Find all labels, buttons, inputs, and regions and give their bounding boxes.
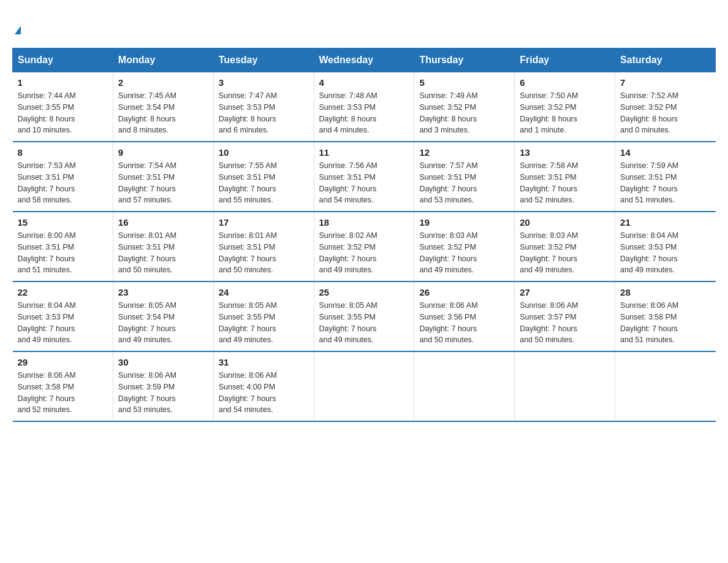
day-info: Sunrise: 8:06 AMSunset: 3:58 PMDaylight:… <box>620 300 710 346</box>
day-info: Sunrise: 8:05 AMSunset: 3:55 PMDaylight:… <box>319 300 409 346</box>
logo <box>12 18 21 36</box>
calendar-header: Sunday Monday Tuesday Wednesday Thursday… <box>13 48 716 72</box>
day-number: 9 <box>118 147 208 158</box>
day-number: 3 <box>219 77 309 88</box>
day-number: 10 <box>219 147 309 158</box>
calendar-day-cell <box>414 351 515 421</box>
day-info: Sunrise: 8:03 AMSunset: 3:52 PMDaylight:… <box>520 230 610 276</box>
calendar-day-cell: 29 Sunrise: 8:06 AMSunset: 3:58 PMDaylig… <box>13 351 113 421</box>
header-wednesday: Wednesday <box>314 48 414 72</box>
day-info: Sunrise: 8:03 AMSunset: 3:52 PMDaylight:… <box>419 230 509 276</box>
calendar-week-row: 29 Sunrise: 8:06 AMSunset: 3:58 PMDaylig… <box>13 351 716 421</box>
day-number: 27 <box>520 287 610 297</box>
day-number: 24 <box>219 287 309 297</box>
day-number: 19 <box>419 217 509 228</box>
day-number: 4 <box>319 77 409 88</box>
day-info: Sunrise: 8:01 AMSunset: 3:51 PMDaylight:… <box>219 230 309 276</box>
calendar-day-cell: 16 Sunrise: 8:01 AMSunset: 3:51 PMDaylig… <box>113 212 213 282</box>
day-info: Sunrise: 7:55 AMSunset: 3:51 PMDaylight:… <box>219 160 309 206</box>
day-number: 11 <box>319 147 409 158</box>
day-number: 22 <box>18 287 108 297</box>
day-number: 12 <box>419 147 509 158</box>
header-thursday: Thursday <box>414 48 515 72</box>
calendar-day-cell: 31 Sunrise: 8:06 AMSunset: 4:00 PMDaylig… <box>213 351 314 421</box>
day-info: Sunrise: 7:48 AMSunset: 3:53 PMDaylight:… <box>319 90 409 136</box>
day-info: Sunrise: 7:57 AMSunset: 3:51 PMDaylight:… <box>419 160 509 206</box>
calendar-day-cell: 25 Sunrise: 8:05 AMSunset: 3:55 PMDaylig… <box>314 282 414 351</box>
day-info: Sunrise: 7:47 AMSunset: 3:53 PMDaylight:… <box>219 90 309 136</box>
calendar-day-cell: 12 Sunrise: 7:57 AMSunset: 3:51 PMDaylig… <box>414 142 515 212</box>
day-info: Sunrise: 7:59 AMSunset: 3:51 PMDaylight:… <box>620 160 710 206</box>
day-number: 21 <box>620 217 710 228</box>
calendar-week-row: 22 Sunrise: 8:04 AMSunset: 3:53 PMDaylig… <box>13 282 716 351</box>
day-number: 28 <box>620 287 710 297</box>
logo-general-line <box>12 18 21 36</box>
day-info: Sunrise: 8:00 AMSunset: 3:51 PMDaylight:… <box>18 230 108 276</box>
day-info: Sunrise: 8:04 AMSunset: 3:53 PMDaylight:… <box>18 300 108 346</box>
calendar-day-cell: 28 Sunrise: 8:06 AMSunset: 3:58 PMDaylig… <box>615 282 716 351</box>
day-number: 17 <box>219 217 309 228</box>
day-number: 23 <box>118 287 208 297</box>
day-number: 14 <box>620 147 710 158</box>
calendar-day-cell <box>314 351 414 421</box>
day-info: Sunrise: 8:05 AMSunset: 3:55 PMDaylight:… <box>219 300 309 346</box>
calendar-day-cell: 1 Sunrise: 7:44 AMSunset: 3:55 PMDayligh… <box>13 72 113 142</box>
day-number: 16 <box>118 217 208 228</box>
calendar-day-cell: 7 Sunrise: 7:52 AMSunset: 3:52 PMDayligh… <box>615 72 716 142</box>
calendar-week-row: 8 Sunrise: 7:53 AMSunset: 3:51 PMDayligh… <box>13 142 716 212</box>
day-info: Sunrise: 8:05 AMSunset: 3:54 PMDaylight:… <box>118 300 208 346</box>
day-info: Sunrise: 8:04 AMSunset: 3:53 PMDaylight:… <box>620 230 710 276</box>
calendar-body: 1 Sunrise: 7:44 AMSunset: 3:55 PMDayligh… <box>13 72 716 422</box>
calendar-day-cell: 30 Sunrise: 8:06 AMSunset: 3:59 PMDaylig… <box>113 351 213 421</box>
calendar-day-cell: 23 Sunrise: 8:05 AMSunset: 3:54 PMDaylig… <box>113 282 213 351</box>
day-number: 18 <box>319 217 409 228</box>
calendar-day-cell: 26 Sunrise: 8:06 AMSunset: 3:56 PMDaylig… <box>414 282 515 351</box>
logo-triangle-icon <box>15 26 21 34</box>
day-info: Sunrise: 7:52 AMSunset: 3:52 PMDaylight:… <box>620 90 710 136</box>
calendar-day-cell: 20 Sunrise: 8:03 AMSunset: 3:52 PMDaylig… <box>515 212 615 282</box>
header-friday: Friday <box>515 48 615 72</box>
day-info: Sunrise: 7:49 AMSunset: 3:52 PMDaylight:… <box>419 90 509 136</box>
day-number: 13 <box>520 147 610 158</box>
day-number: 30 <box>118 357 208 367</box>
calendar-day-cell: 2 Sunrise: 7:45 AMSunset: 3:54 PMDayligh… <box>113 72 213 142</box>
day-number: 1 <box>18 77 108 88</box>
calendar-day-cell: 14 Sunrise: 7:59 AMSunset: 3:51 PMDaylig… <box>615 142 716 212</box>
day-number: 8 <box>18 147 108 158</box>
day-info: Sunrise: 7:56 AMSunset: 3:51 PMDaylight:… <box>319 160 409 206</box>
header-tuesday: Tuesday <box>213 48 314 72</box>
header-monday: Monday <box>113 48 213 72</box>
day-info: Sunrise: 8:02 AMSunset: 3:52 PMDaylight:… <box>319 230 409 276</box>
calendar-week-row: 1 Sunrise: 7:44 AMSunset: 3:55 PMDayligh… <box>13 72 716 142</box>
calendar-day-cell: 13 Sunrise: 7:58 AMSunset: 3:51 PMDaylig… <box>515 142 615 212</box>
day-info: Sunrise: 8:06 AMSunset: 4:00 PMDaylight:… <box>219 370 309 416</box>
day-number: 25 <box>319 287 409 297</box>
calendar-day-cell: 19 Sunrise: 8:03 AMSunset: 3:52 PMDaylig… <box>414 212 515 282</box>
day-info: Sunrise: 7:50 AMSunset: 3:52 PMDaylight:… <box>520 90 610 136</box>
day-info: Sunrise: 8:01 AMSunset: 3:51 PMDaylight:… <box>118 230 208 276</box>
day-info: Sunrise: 8:06 AMSunset: 3:59 PMDaylight:… <box>118 370 208 416</box>
day-info: Sunrise: 7:45 AMSunset: 3:54 PMDaylight:… <box>118 90 208 136</box>
calendar-day-cell: 21 Sunrise: 8:04 AMSunset: 3:53 PMDaylig… <box>615 212 716 282</box>
calendar-day-cell: 6 Sunrise: 7:50 AMSunset: 3:52 PMDayligh… <box>515 72 615 142</box>
calendar-day-cell: 10 Sunrise: 7:55 AMSunset: 3:51 PMDaylig… <box>213 142 314 212</box>
day-info: Sunrise: 7:54 AMSunset: 3:51 PMDaylight:… <box>118 160 208 206</box>
calendar-day-cell: 8 Sunrise: 7:53 AMSunset: 3:51 PMDayligh… <box>13 142 113 212</box>
calendar-day-cell: 4 Sunrise: 7:48 AMSunset: 3:53 PMDayligh… <box>314 72 414 142</box>
day-number: 20 <box>520 217 610 228</box>
calendar-day-cell: 17 Sunrise: 8:01 AMSunset: 3:51 PMDaylig… <box>213 212 314 282</box>
day-number: 2 <box>118 77 208 88</box>
day-number: 15 <box>18 217 108 228</box>
day-info: Sunrise: 7:58 AMSunset: 3:51 PMDaylight:… <box>520 160 610 206</box>
calendar-day-cell: 9 Sunrise: 7:54 AMSunset: 3:51 PMDayligh… <box>113 142 213 212</box>
day-info: Sunrise: 8:06 AMSunset: 3:58 PMDaylight:… <box>18 370 108 416</box>
calendar-day-cell: 15 Sunrise: 8:00 AMSunset: 3:51 PMDaylig… <box>13 212 113 282</box>
day-number: 6 <box>520 77 610 88</box>
page-header <box>12 12 716 42</box>
calendar-day-cell <box>615 351 716 421</box>
day-number: 5 <box>419 77 509 88</box>
header-saturday: Saturday <box>615 48 716 72</box>
day-info: Sunrise: 8:06 AMSunset: 3:57 PMDaylight:… <box>520 300 610 346</box>
day-number: 26 <box>419 287 509 297</box>
calendar-day-cell: 24 Sunrise: 8:05 AMSunset: 3:55 PMDaylig… <box>213 282 314 351</box>
